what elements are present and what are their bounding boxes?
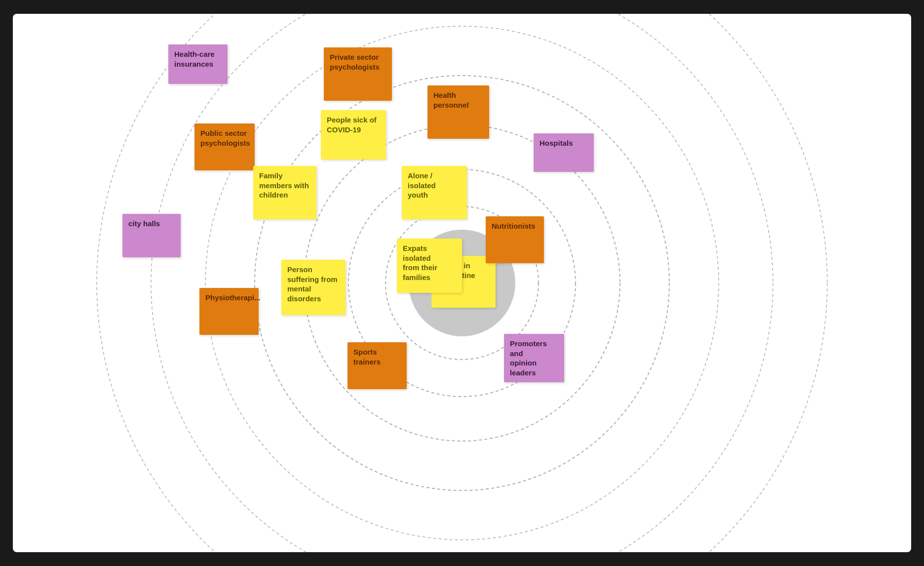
note-sports-trainers[interactable]: Sports trainers — [347, 342, 407, 389]
note-person-suffering[interactable]: Personsuffering frommentaldisorders — [281, 260, 346, 315]
note-nutritionists[interactable]: Nutritionists — [486, 216, 544, 263]
note-alone-isolated-youth[interactable]: Alone / isolatedyouth — [402, 166, 467, 219]
main-canvas: People in quarantine Private sectorpsych… — [13, 14, 911, 552]
note-private-sector-psychologists[interactable]: Private sectorpsychologists — [324, 47, 392, 101]
note-public-sector-psychologists[interactable]: Public sectorpsychologists — [194, 123, 255, 170]
note-city-halls[interactable]: city halls — [122, 214, 181, 257]
note-health-personnel[interactable]: Healthpersonnel — [427, 85, 489, 139]
note-promoters-opinion-leaders[interactable]: Promoters andopinion leaders — [504, 334, 564, 382]
note-physiotherapists[interactable]: Physiotherapi... — [199, 288, 259, 335]
note-expats-isolated[interactable]: Expats isolatedfrom theirfamilies — [397, 239, 462, 293]
note-people-sick-covid[interactable]: People sick ofCOVID-19 — [321, 110, 386, 160]
note-hospitals[interactable]: Hospitals — [534, 133, 594, 172]
note-family-members[interactable]: Familymembers withchildren — [253, 166, 316, 219]
note-health-care-insurances[interactable]: Health-careinsurances — [168, 44, 228, 84]
